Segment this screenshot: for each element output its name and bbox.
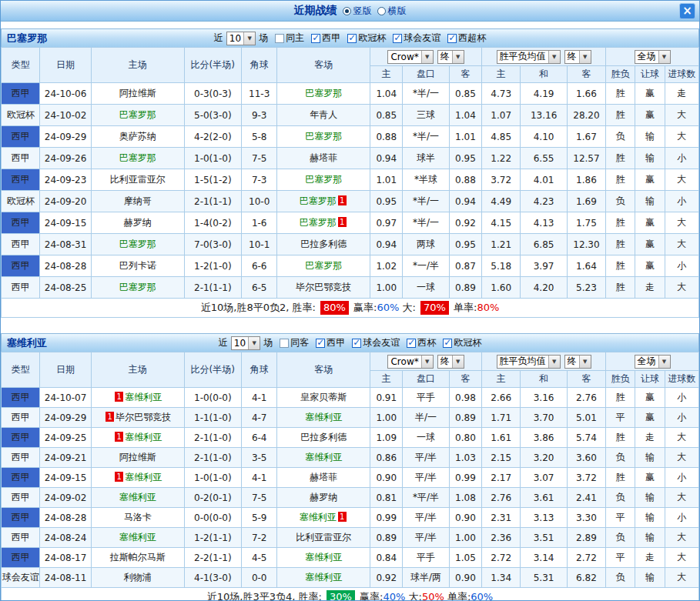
avg-away-value: 1.69 bbox=[567, 191, 605, 212]
avg-final-select[interactable]: 终▼ bbox=[564, 50, 591, 64]
odds-away-value: 0.99 bbox=[449, 468, 481, 488]
odds-away-value: 0.95 bbox=[449, 148, 481, 169]
away-team-name: 赫塔菲 bbox=[310, 472, 337, 482]
score: 1-0(0-0) bbox=[184, 388, 241, 408]
col-header-avg-home: 主 bbox=[482, 371, 521, 388]
summary-segment: 赢率: bbox=[350, 301, 377, 315]
avg-type-select[interactable]: 胜平负均值▼ bbox=[497, 50, 561, 64]
home-team-name: 马洛卡 bbox=[124, 512, 152, 523]
match-row: 西甲 24-09-15 赫罗纳 1-4(0-2) 1-6 巴塞罗那1 0.97 … bbox=[2, 212, 699, 234]
avg-draw-value: 6.85 bbox=[521, 234, 567, 255]
summary-segment: 60% bbox=[377, 301, 399, 315]
result-goals: 小 bbox=[665, 408, 698, 428]
odds-away-value: 1.03 bbox=[449, 448, 481, 468]
match-row: 西甲 24-08-31 巴塞罗那 7-0(3-0) 10-1 巴拉多利德 0.9… bbox=[2, 234, 699, 255]
score: 2-1(1-0) bbox=[184, 448, 241, 468]
col-header-date: 日期 bbox=[40, 352, 91, 388]
odds-final-select[interactable]: 终▼ bbox=[437, 355, 464, 369]
league-filter-checkbox[interactable]: 西超杯 bbox=[447, 32, 486, 45]
match-row: 欧冠杯 24-10-02 巴塞罗那 5-0(3-0) 9-3 年青人 0.85 … bbox=[2, 105, 699, 126]
scope-select[interactable]: 全场▼ bbox=[635, 50, 671, 64]
odds-home-value: 1.04 bbox=[370, 83, 403, 105]
league-filter-checkbox[interactable]: 球会友谊 bbox=[352, 336, 400, 349]
avg-draw-value: 3.14 bbox=[521, 548, 567, 568]
avg-group-header: 胜平负均值▼ 终▼ bbox=[482, 48, 606, 66]
radio-label-horizontal: 横版 bbox=[388, 5, 407, 18]
handicap-line: 半/一 bbox=[403, 408, 449, 428]
league-filter-checkbox[interactable]: 西甲 bbox=[311, 32, 340, 45]
radio-label-vertical: 竖版 bbox=[353, 5, 372, 18]
red-card-badge: 1 bbox=[115, 472, 123, 482]
league-filter-checkbox[interactable]: 西杯 bbox=[407, 336, 436, 349]
odds-company-select[interactable]: Crow*▼ bbox=[387, 355, 433, 369]
odds-final-select[interactable]: 终▼ bbox=[437, 50, 464, 64]
result-handicap: 赢 bbox=[635, 388, 665, 408]
corners: 4-5 bbox=[242, 548, 277, 568]
summary-segment: 60% bbox=[471, 590, 493, 601]
home-team-name: 赫罗纳 bbox=[124, 217, 152, 228]
avg-final-select[interactable]: 终▼ bbox=[564, 355, 591, 369]
league-tag: 欧冠杯 bbox=[2, 191, 40, 212]
close-icon[interactable]: × bbox=[679, 3, 695, 19]
avg-home-value: 1.71 bbox=[482, 408, 521, 428]
corners: 1-6 bbox=[242, 212, 277, 234]
odds-away-value: 0.87 bbox=[449, 255, 481, 277]
odds-home-value: 0.95 bbox=[370, 191, 403, 212]
avg-away-value: 3.60 bbox=[567, 448, 605, 468]
chevron-down-icon: ▼ bbox=[452, 356, 464, 368]
checkbox-icon bbox=[407, 339, 416, 348]
chevron-down-icon: ▼ bbox=[248, 337, 260, 349]
result-wdl: 胜 bbox=[606, 212, 635, 234]
home-team: 1塞维利亚 bbox=[91, 388, 184, 408]
layout-option-horizontal[interactable]: 横版 bbox=[377, 5, 407, 18]
odds-home-value: 0.85 bbox=[370, 105, 403, 126]
col-header-res-goals: 进球数 bbox=[665, 371, 698, 388]
avg-draw-value: 5.31 bbox=[521, 568, 567, 588]
avg-home-value: 2.31 bbox=[482, 508, 521, 528]
league-tag: 西甲 bbox=[2, 277, 40, 299]
match-date: 24-08-31 bbox=[40, 234, 91, 255]
result-handicap: 赢 bbox=[635, 212, 665, 234]
red-card-badge: 1 bbox=[338, 512, 347, 522]
match-row: 西甲 24-09-21 阿拉维斯 2-1(1-0) 3-5 塞维利亚 0.86 … bbox=[2, 448, 699, 468]
match-row: 西甲 24-10-06 阿拉维斯 0-3(0-3) 11-3 巴塞罗那 1.04… bbox=[2, 83, 699, 105]
away-team: 皇家贝蒂斯 bbox=[277, 388, 370, 408]
games-label: 场 bbox=[263, 336, 273, 349]
summary-segment: 30% bbox=[327, 590, 355, 601]
result-goals: 大 bbox=[665, 548, 698, 568]
odds-company-select[interactable]: Crow*▼ bbox=[387, 50, 433, 64]
team-panel-barcelona: 巴塞罗那 近 10▼ 场 同主 西甲 欧冠杯 球会友谊 西超杯 bbox=[1, 28, 699, 318]
recent-count-select[interactable]: 10▼ bbox=[231, 336, 260, 350]
avg-away-value: 3.72 bbox=[567, 468, 605, 488]
avg-type-select[interactable]: 胜平负均值▼ bbox=[497, 355, 561, 369]
checkbox-icon bbox=[311, 34, 320, 43]
league-filter-checkbox[interactable]: 球会友谊 bbox=[393, 32, 440, 45]
away-team-name: 巴塞罗那 bbox=[305, 88, 342, 98]
avg-home-value: 2.72 bbox=[482, 548, 521, 568]
league-filter-checkbox[interactable]: 欧冠杯 bbox=[347, 32, 386, 45]
odds-away-value: 0.80 bbox=[449, 428, 481, 448]
col-header-odds-home: 主 bbox=[370, 66, 403, 83]
league-filter-checkbox[interactable]: 欧冠杯 bbox=[443, 336, 481, 349]
match-date: 24-08-28 bbox=[40, 255, 91, 277]
avg-away-value: 2.41 bbox=[567, 488, 605, 508]
league-filter-checkbox[interactable]: 同主 bbox=[275, 32, 304, 45]
result-goals: 小 bbox=[665, 255, 698, 277]
scope-select[interactable]: 全场▼ bbox=[635, 355, 671, 369]
away-team: 赫塔菲 bbox=[277, 148, 370, 169]
odds-group-header: Crow*▼ 终▼ bbox=[370, 352, 482, 371]
result-goals: 小 bbox=[665, 468, 698, 488]
result-handicap: 赢 bbox=[635, 105, 665, 126]
odds-home-value: 0.84 bbox=[370, 548, 403, 568]
avg-home-value: 1.61 bbox=[482, 428, 521, 448]
score: 0-0(0-0) bbox=[184, 508, 241, 528]
match-date: 24-09-23 bbox=[40, 169, 91, 191]
layout-option-vertical[interactable]: 竖版 bbox=[343, 5, 372, 18]
league-filter-checkbox[interactable]: 西甲 bbox=[316, 336, 345, 349]
col-header-avg-draw: 和 bbox=[521, 66, 567, 83]
away-team-name: 巴塞罗那 bbox=[300, 195, 337, 206]
league-filter-checkbox[interactable]: 同客 bbox=[280, 336, 309, 349]
away-team: 巴塞罗那 bbox=[277, 255, 370, 277]
recent-count-select[interactable]: 10▼ bbox=[226, 32, 256, 45]
result-handicap: 输 bbox=[635, 508, 665, 528]
